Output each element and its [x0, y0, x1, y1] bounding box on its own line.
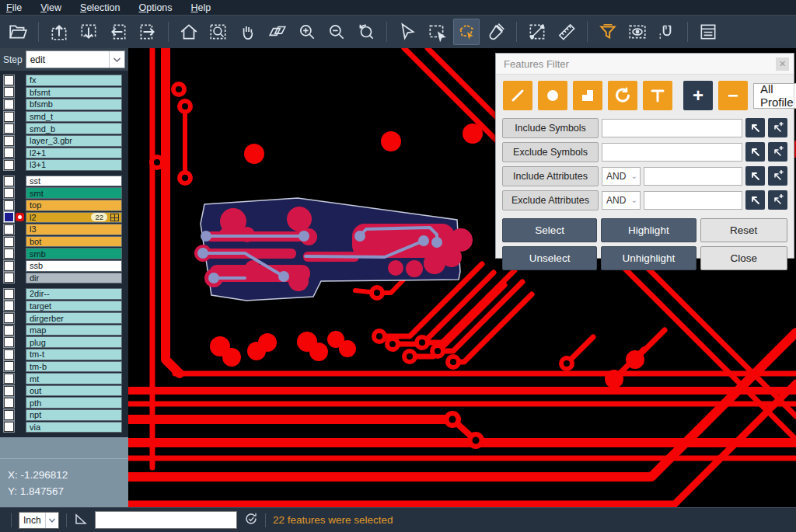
layer-visibility-checkbox[interactable] [4, 361, 14, 371]
exclude-symbols-button[interactable]: Exclude Symbols [502, 142, 599, 162]
close-button[interactable]: Close [700, 246, 787, 270]
grid-icon[interactable] [110, 214, 119, 221]
refresh-status-icon[interactable] [244, 512, 258, 529]
command-input[interactable] [95, 511, 237, 529]
select-button[interactable]: Select [502, 218, 597, 242]
layer-name[interactable]: dir [26, 273, 122, 284]
include-attributes-input[interactable] [644, 167, 742, 186]
exclude-attributes-input[interactable] [644, 191, 742, 210]
layer-row-smd_b[interactable]: smd_b [0, 123, 128, 134]
layer-name[interactable]: bot [26, 236, 122, 248]
close-icon[interactable]: ✕ [776, 57, 789, 71]
layer-visibility-checkbox[interactable] [4, 237, 14, 247]
layer-name[interactable]: l3+1 [26, 159, 122, 171]
layer-row-sst[interactable]: sst [0, 176, 128, 187]
layer-visibility-checkbox[interactable] [4, 249, 14, 259]
menu-selection[interactable]: Selection [80, 2, 120, 13]
zoom-out-icon[interactable] [323, 19, 350, 45]
layer-row-smb[interactable]: smb [0, 248, 128, 259]
layer-visibility-checkbox[interactable] [4, 200, 14, 210]
layer-row-2dir--[interactable]: 2dir-- [0, 288, 128, 300]
layer-name[interactable]: mt [26, 373, 122, 384]
layer-visibility-checkbox[interactable] [4, 325, 14, 336]
pick-attribute-icon[interactable] [745, 190, 765, 210]
select-rectangle-icon[interactable] [424, 19, 450, 45]
layer-row-l2+1[interactable]: l2+1 [0, 148, 128, 159]
layer-visibility-checkbox[interactable] [4, 261, 14, 271]
menu-view[interactable]: View [40, 2, 61, 13]
layer-row-tm-b[interactable]: tm-b [0, 361, 128, 373]
include-symbols-input[interactable] [602, 119, 742, 137]
layer-name[interactable]: bfsmb [26, 99, 122, 110]
dialog-title-bar[interactable]: Features Filter ✕ [496, 54, 794, 75]
select-pointer-icon[interactable] [394, 19, 421, 45]
layer-visibility-checkbox[interactable] [4, 176, 14, 186]
layer-row-map[interactable]: map [0, 325, 128, 336]
layer-visibility-checkbox[interactable] [4, 301, 14, 311]
pan-left-icon[interactable] [105, 19, 131, 45]
layer-visibility-checkbox[interactable] [4, 349, 14, 360]
remove-filter-icon[interactable]: − [718, 81, 748, 110]
layer-visibility-checkbox[interactable] [4, 289, 14, 299]
layer-visibility-checkbox[interactable] [4, 398, 14, 408]
layer-visibility-checkbox[interactable] [4, 75, 14, 85]
layer-name[interactable]: map [26, 325, 122, 336]
menu-file[interactable]: File [6, 2, 22, 13]
layer-row-dir[interactable]: dir [0, 273, 128, 284]
line-filter-icon[interactable] [503, 81, 532, 110]
pad-filter-icon[interactable] [538, 81, 567, 110]
reset-button[interactable]: Reset [700, 218, 787, 242]
unhighlight-button[interactable]: Unhighlight [601, 246, 696, 270]
text-filter-icon[interactable] [643, 81, 672, 110]
layer-visibility-checkbox[interactable] [4, 99, 14, 110]
layer-name[interactable]: sst [26, 176, 122, 187]
layer-name[interactable]: smd_t [26, 111, 122, 123]
layer-row-tm-t[interactable]: tm-t [0, 349, 128, 360]
layer-name[interactable]: smb [26, 248, 122, 259]
layer-name[interactable]: plug [26, 336, 122, 348]
pick-add-attribute-icon[interactable] [768, 166, 787, 186]
layer-name[interactable]: npt [26, 409, 122, 421]
layer-name[interactable]: l222 [26, 212, 122, 224]
view-options-icon[interactable] [624, 19, 651, 45]
layer-name[interactable]: via [26, 422, 122, 433]
zoom-previous-icon[interactable] [353, 19, 379, 45]
highlight-button[interactable]: Highlight [601, 218, 696, 242]
layers-panel-icon[interactable] [695, 19, 721, 45]
layer-row-l3[interactable]: l3 [0, 224, 128, 235]
menu-options[interactable]: Options [138, 2, 172, 13]
include-symbols-button[interactable]: Include Symbols [502, 118, 599, 138]
layer-row-bfsmb[interactable]: bfsmb [0, 99, 128, 110]
layer-name[interactable]: top [26, 200, 122, 211]
pan-up-icon[interactable] [46, 19, 72, 45]
measure-line-icon[interactable] [524, 19, 550, 45]
layer-visibility-checkbox[interactable] [4, 87, 14, 97]
pick-add-attribute-icon[interactable] [768, 190, 787, 210]
layer-visibility-checkbox[interactable] [4, 136, 14, 146]
pan-down-icon[interactable] [75, 19, 102, 45]
layer-row-top[interactable]: top [0, 200, 128, 211]
layer-row-layer_3.gbr[interactable]: layer_3.gbr [0, 135, 128, 147]
layer-row-bot[interactable]: bot [0, 236, 128, 248]
layer-name[interactable]: dirgerber [26, 312, 122, 324]
step-select[interactable]: edit [26, 50, 125, 68]
layer-name[interactable]: smt [26, 187, 122, 199]
layer-visibility-checkbox[interactable] [4, 212, 14, 222]
layer-row-l3+1[interactable]: l3+1 [0, 159, 128, 171]
layer-visibility-checkbox[interactable] [4, 148, 14, 158]
layer-row-pth[interactable]: pth [0, 397, 128, 409]
pick-symbol-icon[interactable] [745, 142, 765, 162]
layer-visibility-checkbox[interactable] [4, 422, 14, 432]
layer-visibility-checkbox[interactable] [4, 374, 14, 384]
layer-name[interactable]: out [26, 385, 122, 397]
layer-row-smt[interactable]: smt [0, 187, 128, 199]
layer-name[interactable]: pth [26, 397, 122, 409]
layer-name[interactable]: fx [26, 75, 122, 86]
layer-visibility-checkbox[interactable] [4, 123, 14, 134]
layer-visibility-checkbox[interactable] [4, 313, 14, 323]
features-filter-icon[interactable] [595, 19, 621, 45]
layer-row-dirgerber[interactable]: dirgerber [0, 312, 128, 324]
layer-visibility-checkbox[interactable] [4, 224, 14, 235]
menu-help[interactable]: Help [191, 2, 211, 13]
measure-ruler-icon[interactable] [553, 19, 580, 45]
